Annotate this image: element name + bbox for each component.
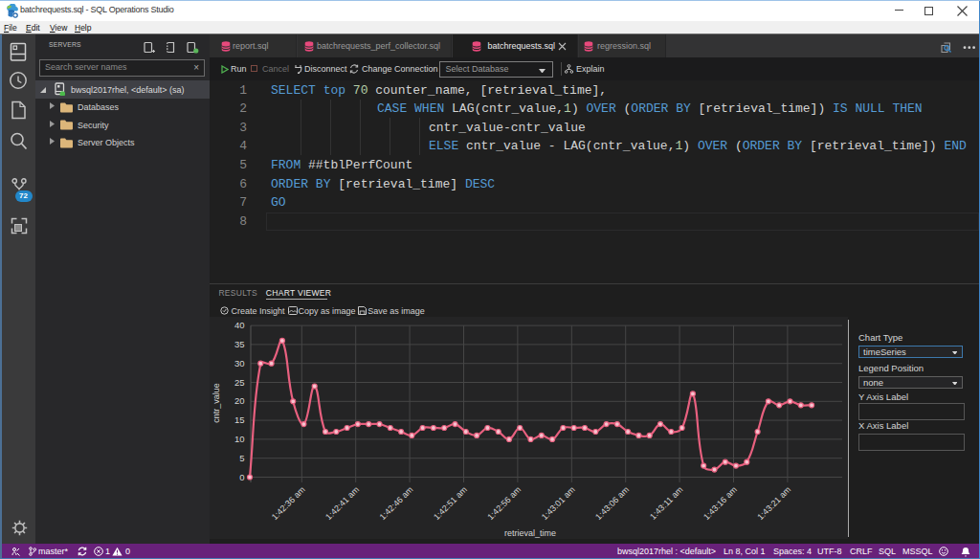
svg-text:15: 15: [234, 414, 245, 425]
svg-text:20: 20: [234, 395, 245, 406]
svg-text:35: 35: [234, 339, 245, 349]
svg-text:0: 0: [239, 472, 244, 482]
svg-text:5: 5: [239, 453, 244, 463]
svg-text:retrieval_time: retrieval_time: [504, 528, 556, 538]
svg-text:25: 25: [234, 377, 245, 388]
svg-text:10: 10: [234, 434, 245, 444]
svg-text:cntr_value: cntr_value: [212, 383, 221, 423]
svg-text:40: 40: [234, 320, 245, 330]
svg-text:30: 30: [234, 358, 245, 369]
